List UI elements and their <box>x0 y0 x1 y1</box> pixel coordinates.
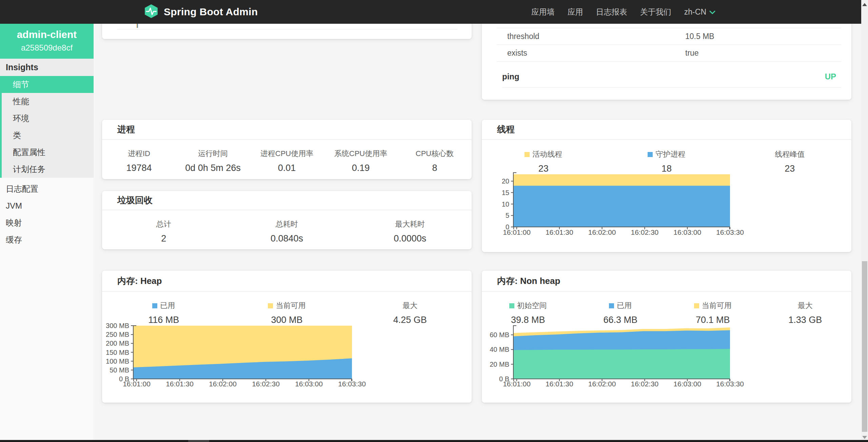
gc-card: 垃圾回收 总计 2 总耗时 0.0840s 最大耗时 0.0000s <box>102 191 472 249</box>
main-content: threshold 10.5 MB exists true ping UP 进程… <box>94 24 861 440</box>
stat-pid: 进程ID 19784 <box>102 149 176 173</box>
horizontal-scrollbar[interactable] <box>0 440 868 442</box>
svg-text:16:03:30: 16:03:30 <box>716 228 744 236</box>
nav-item-journal[interactable]: 日志报表 <box>596 7 627 17</box>
svg-text:16:02:00: 16:02:00 <box>588 380 616 388</box>
stat-process-cpu: 进程CPU使用率 0.01 <box>250 149 324 173</box>
svg-text:40 MB: 40 MB <box>490 346 509 353</box>
chevron-down-icon <box>709 7 715 17</box>
svg-text:5: 5 <box>506 212 509 219</box>
legend-swatch <box>152 303 157 308</box>
legend-swatch <box>648 152 653 157</box>
brand[interactable]: Spring Boot Admin <box>144 3 258 20</box>
health-card: threshold 10.5 MB exists true ping UP <box>482 24 851 100</box>
svg-text:16:03:00: 16:03:00 <box>673 228 701 236</box>
health-row-value: true <box>685 49 699 58</box>
svg-text:16:01:30: 16:01:30 <box>166 380 194 388</box>
language-selector[interactable]: zh-CN <box>684 7 715 17</box>
process-stats: 进程ID 19784 运行时间 0d 0h 5m 26s 进程CPU使用率 0.… <box>102 140 472 173</box>
card-title: 线程 <box>482 120 851 140</box>
top-navbar: Spring Boot Admin 应用墙 应用 日志报表 关于我们 zh-CN <box>0 0 861 24</box>
ping-label: ping <box>502 72 519 81</box>
sidebar-item-loggers[interactable]: 日志配置 <box>0 180 94 197</box>
svg-text:16:01:00: 16:01:00 <box>503 228 531 236</box>
sidebar-item-caches[interactable]: 缓存 <box>0 231 94 248</box>
svg-text:16:02:30: 16:02:30 <box>631 228 659 236</box>
sidebar-item-jvm[interactable]: JVM <box>0 197 94 214</box>
health-row-label: exists <box>507 49 685 58</box>
heap-area-chart: 0 B50 MB100 MB150 MB200 MB250 MB300 MB16… <box>102 318 472 401</box>
svg-text:16:01:30: 16:01:30 <box>546 228 573 236</box>
sidebar-item-mappings[interactable]: 映射 <box>0 214 94 231</box>
nav-item-applications[interactable]: 应用 <box>568 7 583 17</box>
instance-name: admin-client <box>0 29 94 40</box>
card-title: 垃圾回收 <box>102 191 472 210</box>
legend-swatch <box>525 152 530 157</box>
stat-gc-count: 总计 2 <box>102 219 225 244</box>
svg-text:250 MB: 250 MB <box>106 331 129 338</box>
svg-text:16:01:30: 16:01:30 <box>546 380 573 388</box>
memory-heap-card: 内存: Heap 已用 116 MB 当前可用 300 MB 最大 4.25 G… <box>102 271 472 403</box>
health-row-exists: exists true <box>497 45 841 62</box>
vertical-scrollbar[interactable] <box>861 0 868 442</box>
scrollbar-thumb[interactable] <box>862 261 867 432</box>
memory-nonheap-card: 内存: Non heap 初始空间 39.8 MB 已用 66.3 MB 当前可… <box>482 271 851 403</box>
instance-id: a258509de8cf <box>0 43 94 53</box>
svg-text:10: 10 <box>502 200 509 208</box>
scroll-down-arrow-icon[interactable] <box>862 436 867 439</box>
sidebar-item-classes[interactable]: 类 <box>0 127 94 144</box>
horizontal-scrollbar-thumb[interactable] <box>188 440 209 442</box>
instance-header: admin-client a258509de8cf <box>0 24 94 59</box>
svg-text:150 MB: 150 MB <box>106 349 129 356</box>
spring-boot-admin-logo-icon <box>144 3 158 20</box>
svg-text:200 MB: 200 MB <box>106 340 129 347</box>
svg-text:16:02:30: 16:02:30 <box>631 380 659 388</box>
nav-item-wallboard[interactable]: 应用墙 <box>531 7 555 17</box>
gc-stats: 总计 2 总耗时 0.0840s 最大耗时 0.0000s <box>102 210 472 244</box>
svg-text:16:01:00: 16:01:00 <box>123 380 151 388</box>
svg-text:15: 15 <box>502 189 509 196</box>
threads-card: 线程 活动线程 23 守护进程 18 线程峰值 23 0510152016:01… <box>482 120 851 252</box>
stat-system-cpu: 系统CPU使用率 0.19 <box>324 149 398 173</box>
health-row-value: 10.5 MB <box>685 32 714 41</box>
nav-item-about[interactable]: 关于我们 <box>640 7 671 17</box>
svg-text:20 MB: 20 MB <box>490 361 509 368</box>
divider <box>117 29 457 30</box>
status-badge-up: UP <box>825 72 836 81</box>
svg-text:16:02:00: 16:02:00 <box>588 228 616 236</box>
svg-text:300 MB: 300 MB <box>106 322 129 329</box>
card-title: 进程 <box>102 120 472 140</box>
sidebar-item-scheduled-tasks[interactable]: 计划任务 <box>0 161 94 178</box>
svg-text:100 MB: 100 MB <box>106 358 129 365</box>
sidebar-item-details[interactable]: 细节 <box>0 76 94 93</box>
stat-cpu-cores: CPU核心数 8 <box>398 149 472 173</box>
health-row-label: threshold <box>507 32 685 41</box>
threads-area-chart: 0510152016:01:0016:01:3016:02:0016:02:30… <box>482 167 851 250</box>
svg-text:16:03:30: 16:03:30 <box>716 380 744 388</box>
scroll-up-arrow-icon[interactable] <box>862 3 867 6</box>
health-row-threshold: threshold 10.5 MB <box>497 28 841 45</box>
svg-text:50 MB: 50 MB <box>110 366 129 374</box>
svg-text:60 MB: 60 MB <box>490 331 509 339</box>
legend-swatch <box>509 303 514 308</box>
cut-card-top-left <box>102 24 472 39</box>
stat-uptime: 运行时间 0d 0h 5m 26s <box>176 149 250 173</box>
process-card: 进程 进程ID 19784 运行时间 0d 0h 5m 26s 进程CPU使用率… <box>102 120 472 179</box>
insights-heading: Insights <box>0 59 94 76</box>
svg-text:16:01:00: 16:01:00 <box>503 380 531 388</box>
svg-text:20: 20 <box>502 177 509 185</box>
app-title: Spring Boot Admin <box>164 6 258 18</box>
sidebar-item-metrics[interactable]: 性能 <box>0 93 94 110</box>
stat-gc-total-time: 总耗时 0.0840s <box>225 219 348 244</box>
legend-swatch <box>268 303 273 308</box>
sidebar: admin-client a258509de8cf Insights 细节 性能… <box>0 24 94 442</box>
stat-gc-max-time: 最大耗时 0.0000s <box>349 219 472 244</box>
sidebar-items: 日志配置 JVM 映射 缓存 <box>0 180 94 248</box>
legend-swatch <box>694 303 699 308</box>
card-title: 内存: Non heap <box>482 271 851 292</box>
sidebar-item-config-props[interactable]: 配置属性 <box>0 144 94 161</box>
language-label: zh-CN <box>684 7 706 17</box>
nav-links: 应用墙 应用 日志报表 关于我们 zh-CN <box>531 7 715 17</box>
insights-section: Insights 细节 性能 环境 类 配置属性 计划任务 <box>0 59 94 178</box>
sidebar-item-environment[interactable]: 环境 <box>0 110 94 127</box>
